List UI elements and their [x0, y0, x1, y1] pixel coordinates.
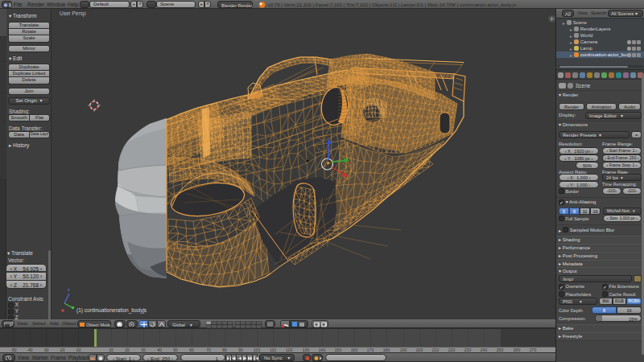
svg-text:z: z [68, 287, 70, 292]
